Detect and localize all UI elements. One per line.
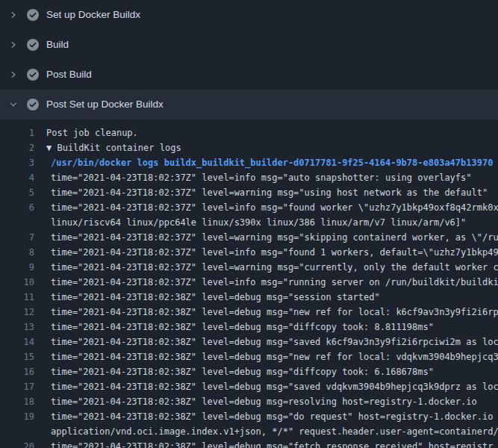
log-row: linux/riscv64 linux/ppc64le linux/s390x …: [0, 215, 498, 230]
log-row: 19time="2021-04-23T18:02:38Z" level=debu…: [0, 409, 498, 424]
line-number[interactable]: 13: [0, 320, 39, 335]
log-row: 11time="2021-04-23T18:02:38Z" level=debu…: [0, 290, 498, 305]
line-number[interactable]: 9: [0, 260, 39, 275]
line-text: time="2021-04-23T18:02:37Z" level=warnin…: [39, 185, 488, 200]
log-panel: 1Post job cleanup.2▼ BuildKit container …: [0, 119, 498, 448]
line-number[interactable]: 15: [0, 349, 39, 364]
line-text: time="2021-04-23T18:02:38Z" level=debug …: [39, 335, 498, 349]
line-number[interactable]: 1: [0, 125, 39, 140]
step-header-post-build[interactable]: Post Build: [0, 60, 498, 90]
line-number[interactable]: 2: [0, 140, 39, 155]
log-row: 18time="2021-04-23T18:02:38Z" level=debu…: [0, 394, 498, 409]
line-text: time="2021-04-23T18:02:37Z" level=info m…: [39, 275, 498, 290]
line-number[interactable]: 8: [0, 245, 39, 260]
log-group-row: 2▼ BuildKit container logs: [0, 140, 498, 155]
log-row: 17time="2021-04-23T18:02:38Z" level=debu…: [0, 379, 498, 394]
log-row: 13time="2021-04-23T18:02:38Z" level=debu…: [0, 320, 498, 335]
line-text: application/vnd.oci.image.index.v1+json,…: [39, 424, 498, 439]
log-group-toggle-text[interactable]: ▼ BuildKit container logs: [39, 140, 181, 155]
check-circle-icon: [27, 39, 39, 51]
check-circle-icon: [27, 9, 39, 21]
log-row: 4time="2021-04-23T18:02:37Z" level=info …: [0, 170, 498, 185]
line-number[interactable]: 20: [0, 439, 39, 448]
line-number[interactable]: 14: [0, 335, 39, 349]
line-number: [0, 424, 39, 439]
log-row: application/vnd.oci.image.index.v1+json,…: [0, 424, 498, 439]
step-title: Build: [46, 30, 69, 60]
step-title: Set up Docker Buildx: [46, 0, 140, 30]
line-number: [0, 215, 39, 230]
log-row: 7time="2021-04-23T18:02:37Z" level=warni…: [0, 230, 498, 245]
step-header-post-set-up-docker-buildx[interactable]: Post Set up Docker Buildx: [0, 90, 498, 119]
log-row: 9time="2021-04-23T18:02:37Z" level=warni…: [0, 260, 498, 275]
chevron-down-icon: [9, 100, 18, 109]
log-row: 14time="2021-04-23T18:02:38Z" level=debu…: [0, 335, 498, 349]
line-number[interactable]: 6: [0, 200, 39, 215]
line-text: Post job cleanup.: [39, 125, 138, 140]
log-row: 20time="2021-04-23T18:02:38Z" level=debu…: [0, 439, 498, 448]
line-text: time="2021-04-23T18:02:38Z" level=debug …: [39, 290, 380, 305]
line-number[interactable]: 3: [0, 155, 39, 170]
line-number[interactable]: 7: [0, 230, 39, 245]
line-number[interactable]: 17: [0, 379, 39, 394]
steps-list: Set up Docker Buildx Build Post Build Po…: [0, 0, 498, 119]
line-number[interactable]: 16: [0, 364, 39, 379]
line-text: time="2021-04-23T18:02:37Z" level=warnin…: [39, 230, 498, 245]
log-row: 1Post job cleanup.: [0, 125, 498, 140]
line-text: time="2021-04-23T18:02:38Z" level=debug …: [39, 379, 498, 394]
step-header-build[interactable]: Build: [0, 30, 498, 60]
log-row: 16time="2021-04-23T18:02:38Z" level=debu…: [0, 364, 498, 379]
line-number[interactable]: 11: [0, 290, 39, 305]
line-number[interactable]: 12: [0, 305, 39, 320]
step-header-set-up-docker-buildx[interactable]: Set up Docker Buildx: [0, 0, 498, 30]
check-circle-icon: [27, 69, 39, 81]
line-text: time="2021-04-23T18:02:37Z" level=info m…: [39, 170, 472, 185]
line-text: time="2021-04-23T18:02:38Z" level=debug …: [39, 394, 477, 409]
chevron-right-icon: [9, 70, 18, 79]
log-command-row: 3/usr/bin/docker logs buildx_buildkit_bu…: [0, 155, 498, 170]
line-number[interactable]: 19: [0, 409, 39, 424]
step-title: Post Set up Docker Buildx: [46, 90, 164, 119]
log-row: 6time="2021-04-23T18:02:37Z" level=info …: [0, 200, 498, 215]
line-text: linux/riscv64 linux/ppc64le linux/s390x …: [39, 215, 466, 230]
line-text: time="2021-04-23T18:02:38Z" level=debug …: [39, 305, 498, 320]
line-text: time="2021-04-23T18:02:38Z" level=debug …: [39, 439, 493, 448]
line-text: time="2021-04-23T18:02:37Z" level=warnin…: [39, 260, 498, 275]
line-text: /usr/bin/docker logs buildx_buildkit_bui…: [39, 155, 493, 170]
line-text: time="2021-04-23T18:02:38Z" level=debug …: [39, 320, 434, 335]
line-number[interactable]: 18: [0, 394, 39, 409]
log-row: 12time="2021-04-23T18:02:38Z" level=debu…: [0, 305, 498, 320]
line-text: time="2021-04-23T18:02:38Z" level=debug …: [39, 349, 498, 364]
line-number[interactable]: 10: [0, 275, 39, 290]
log-row: 8time="2021-04-23T18:02:37Z" level=info …: [0, 245, 498, 260]
line-text: time="2021-04-23T18:02:37Z" level=info m…: [39, 200, 498, 215]
step-title: Post Build: [46, 60, 92, 90]
line-number[interactable]: 4: [0, 170, 39, 185]
line-text: time="2021-04-23T18:02:37Z" level=info m…: [39, 245, 498, 260]
chevron-right-icon: [9, 10, 18, 19]
chevron-right-icon: [9, 40, 18, 49]
line-number[interactable]: 5: [0, 185, 39, 200]
log-row: 15time="2021-04-23T18:02:38Z" level=debu…: [0, 349, 498, 364]
log-row: 10time="2021-04-23T18:02:37Z" level=info…: [0, 275, 498, 290]
line-text: time="2021-04-23T18:02:38Z" level=debug …: [39, 364, 434, 379]
log-row: 5time="2021-04-23T18:02:37Z" level=warni…: [0, 185, 498, 200]
check-circle-icon: [27, 99, 39, 111]
line-text: time="2021-04-23T18:02:38Z" level=debug …: [39, 409, 498, 424]
